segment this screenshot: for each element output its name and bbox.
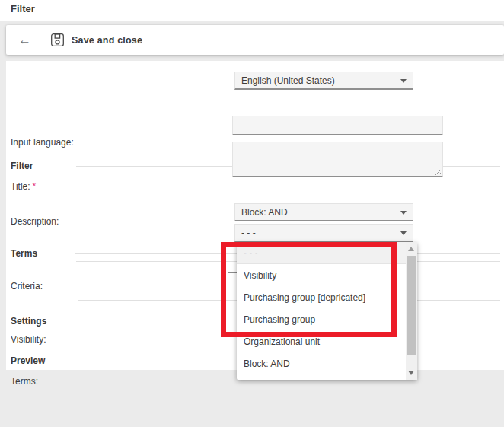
dropdown-option[interactable]: Visibility [237, 265, 406, 287]
section-preview: Preview [11, 355, 45, 366]
block-select-value: Block: AND [241, 207, 288, 218]
section-filter: Filter [11, 161, 33, 171]
required-asterisk: * [33, 181, 37, 192]
input-language-label: Input language: [11, 137, 74, 148]
save-button-label: Save and close [72, 35, 142, 46]
chevron-down-icon [400, 231, 407, 235]
save-icon [50, 33, 65, 47]
criteria-dropdown-list: - - - Visibility Purchasing group [depri… [237, 242, 417, 380]
page-header: Filter [0, 0, 504, 21]
criteria-select[interactable]: - - - [234, 224, 413, 242]
chevron-down-icon [400, 79, 407, 83]
toolbar: ← Save and close [6, 25, 504, 55]
dropdown-option[interactable]: Purchasing group [237, 309, 406, 331]
scroll-up-icon[interactable] [408, 247, 414, 251]
input-language-value: English (United States) [241, 75, 335, 86]
section-settings: Settings [11, 316, 46, 327]
dropdown-option[interactable]: - - - [237, 242, 406, 264]
title-input[interactable] [232, 116, 443, 135]
title-label: Title:* [11, 181, 36, 192]
dropdown-option[interactable]: Organizational unit [237, 331, 406, 353]
section-terms: Terms [11, 248, 37, 259]
dropdown-option[interactable]: Purchasing group [depricated] [237, 287, 406, 309]
input-language-select[interactable]: English (United States) [234, 72, 413, 90]
chevron-down-icon [400, 211, 407, 215]
back-arrow-icon[interactable]: ← [18, 33, 38, 46]
block-select[interactable]: Block: AND [234, 203, 413, 221]
scroll-down-icon[interactable] [408, 371, 414, 375]
app-root: Filter ← Save and close Input language: … [0, 0, 504, 427]
dropdown-scrollbar[interactable] [406, 242, 417, 380]
description-label: Description: [11, 216, 59, 227]
page-title: Filter [11, 3, 35, 14]
criteria-select-value: - - - [241, 228, 256, 238]
preview-terms-label: Terms: [11, 376, 38, 387]
description-textarea[interactable] [232, 142, 443, 177]
criteria-label: Criteria: [11, 281, 43, 292]
visibility-label: Visibility: [11, 334, 46, 345]
scrollbar-thumb[interactable] [407, 256, 416, 355]
save-and-close-button[interactable]: Save and close [50, 33, 142, 47]
dropdown-option[interactable]: Block: AND [237, 353, 406, 375]
